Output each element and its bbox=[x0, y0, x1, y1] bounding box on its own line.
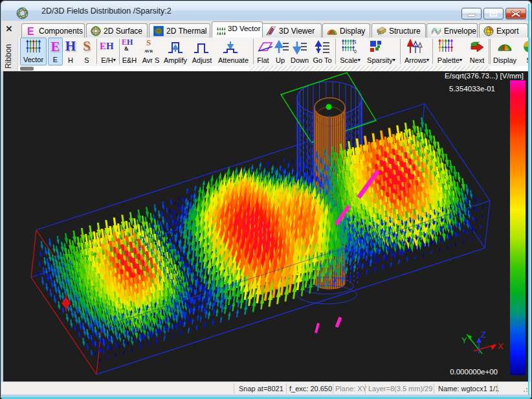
svg-text:5.354033e-01: 5.354033e-01 bbox=[449, 85, 495, 93]
svg-text:1: 1 bbox=[354, 40, 357, 44]
svg-text:Y: Y bbox=[461, 336, 467, 345]
svg-text:0.000000e+00: 0.000000e+00 bbox=[450, 368, 498, 376]
svg-text:X: X bbox=[498, 341, 504, 351]
svg-text:E: E bbox=[27, 26, 34, 36]
svg-text:Z: Z bbox=[481, 330, 486, 339]
svg-text:E/sqrt(376.73...) [V/mm]: E/sqrt(376.73...) [V/mm] bbox=[445, 72, 524, 80]
svg-text:0: 0 bbox=[354, 49, 357, 54]
